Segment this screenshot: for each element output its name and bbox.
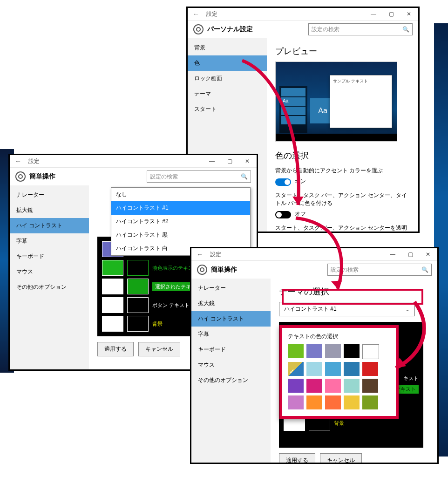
opt-color-bars: スタート、タスク バー、アクション センター、タイトル バーに色を付ける [275, 191, 410, 207]
swatch-button-fg[interactable] [102, 297, 123, 313]
color-swatch-7[interactable] [325, 362, 341, 376]
toggle-auto-accent[interactable] [275, 178, 291, 186]
theme-combo[interactable]: ハイコントラスト #1 [279, 302, 415, 316]
sidebar-item-mouse[interactable]: マウス [10, 264, 89, 279]
toggle-color-bars-state: オフ [295, 210, 306, 218]
color-swatch-5[interactable] [288, 362, 304, 376]
search-input[interactable]: 設定の検索 🔍 [327, 264, 432, 276]
sidebar-item-keyboard[interactable]: キーボード [191, 342, 271, 357]
search-input[interactable]: 設定の検索 🔍 [147, 170, 251, 183]
color-swatch-15[interactable] [288, 395, 304, 409]
sidebar-item-background[interactable]: 背景 [188, 40, 267, 55]
color-swatch-13[interactable] [344, 379, 360, 393]
color-swatch-12[interactable] [325, 379, 341, 393]
cancel-button[interactable]: キャンセル [320, 453, 362, 463]
cancel-button[interactable]: キャンセル [138, 342, 180, 356]
color-swatch-11[interactable] [306, 379, 322, 393]
color-swatch-17[interactable] [325, 395, 341, 409]
swatch-bg-bg[interactable] [127, 316, 149, 332]
color-swatch-10[interactable] [288, 379, 304, 393]
titlebar: ← 設定 — ▢ ✕ [188, 8, 418, 20]
preview-image: Aa サンプル テキスト [275, 61, 397, 142]
label-selected-partial: キスト [403, 375, 419, 382]
color-swatch-2[interactable] [325, 344, 341, 358]
sidebar-item-high-contrast[interactable]: ハイ コントラスト [10, 218, 89, 233]
sidebar: ナレーター 拡大鏡 ハイ コントラスト 字幕 キーボード マウス その他のオプシ… [10, 185, 89, 369]
color-picker-title: テキストの色の選択 [288, 333, 390, 341]
gear-icon [15, 171, 26, 182]
minimize-button[interactable]: — [367, 11, 380, 17]
color-swatch-1[interactable] [306, 344, 322, 358]
color-swatch-18[interactable] [344, 395, 360, 409]
dropdown-option-hc1[interactable]: ハイコントラスト #1 [111, 201, 250, 215]
back-button[interactable]: ← [13, 157, 24, 165]
maximize-button[interactable]: ▢ [404, 251, 417, 258]
gear-icon [197, 265, 207, 275]
color-swatch-16[interactable] [306, 395, 322, 409]
color-swatch-8[interactable] [344, 362, 360, 376]
sidebar-item-captions[interactable]: 字幕 [191, 327, 271, 342]
titlebar: ← 設定 — ▢ ✕ [10, 155, 257, 168]
swatch-selected-bg[interactable] [127, 279, 149, 294]
minimize-button[interactable]: — [386, 251, 399, 258]
search-placeholder: 設定の検索 [312, 26, 339, 34]
search-icon: 🔍 [241, 173, 248, 180]
dropdown-option-hc2[interactable]: ハイコントラスト #2 [111, 215, 250, 228]
color-swatch-14[interactable] [362, 379, 378, 393]
sidebar-item-narrator[interactable]: ナレーター [10, 187, 89, 203]
app-title: 設定 [206, 10, 217, 18]
color-swatch-9[interactable] [362, 362, 378, 376]
sidebar-item-high-contrast[interactable]: ハイ コントラスト [191, 311, 271, 327]
sidebar-item-start[interactable]: スタート [188, 102, 267, 117]
theme-combo-value: ハイコントラスト #1 [284, 305, 337, 313]
color-section-title: 色の選択 [275, 150, 410, 161]
sidebar: ナレーター 拡大鏡 ハイ コントラスト 字幕 キーボード マウス その他のオプシ… [191, 279, 271, 463]
sidebar-item-theme[interactable]: テーマ [188, 86, 267, 102]
maximize-button[interactable]: ▢ [385, 11, 398, 17]
search-icon: 🔍 [421, 266, 428, 273]
dropdown-option-none[interactable]: なし [111, 188, 250, 201]
close-button[interactable]: ✕ [241, 158, 254, 164]
color-swatch-4[interactable] [362, 344, 379, 359]
color-swatch-3[interactable] [344, 344, 360, 358]
sidebar-item-other[interactable]: その他のオプション [191, 373, 271, 388]
color-picker-popup: テキストの色の選択 [279, 325, 399, 419]
color-swatch-6[interactable] [306, 362, 322, 376]
sidebar-item-other[interactable]: その他のオプション [10, 279, 89, 295]
sidebar-item-captions[interactable]: 字幕 [10, 233, 89, 249]
close-button[interactable]: ✕ [402, 11, 415, 17]
opt-auto-accent: 背景から自動的にアクセント カラーを選ぶ [275, 167, 410, 175]
theme-dropdown-list[interactable]: なし ハイコントラスト #1 ハイコントラスト #2 ハイコントラスト 黒 ハイ… [111, 187, 251, 256]
sidebar-item-magnifier[interactable]: 拡大鏡 [10, 203, 89, 218]
sidebar-item-color[interactable]: 色 [188, 55, 267, 71]
sidebar-item-narrator[interactable]: ナレーター [191, 280, 271, 296]
swatch-disabled-fg[interactable] [102, 260, 123, 276]
search-input[interactable]: 設定の検索 🔍 [308, 23, 413, 35]
color-swatch-0[interactable] [288, 344, 304, 358]
swatch-button-bg[interactable] [127, 297, 149, 313]
close-button[interactable]: ✕ [421, 251, 434, 258]
back-button[interactable]: ← [190, 10, 202, 18]
sidebar-item-lockscreen[interactable]: ロック画面 [188, 71, 267, 86]
color-swatch-19[interactable] [362, 395, 378, 409]
label-background: 背景 [152, 320, 163, 327]
theme-select-title: テーマの選択 [279, 286, 429, 297]
sidebar-item-magnifier[interactable]: 拡大鏡 [191, 296, 271, 311]
swatch-disabled-bg[interactable] [127, 260, 149, 276]
page-header: 簡単操作 [211, 266, 237, 274]
maximize-button[interactable]: ▢ [223, 158, 236, 164]
apply-button[interactable]: 適用する [97, 342, 134, 356]
sidebar-item-mouse[interactable]: マウス [191, 357, 271, 373]
swatch-selected-fg[interactable] [102, 279, 123, 294]
label-button: ボタン テキスト [152, 302, 190, 309]
dropdown-option-hcblack[interactable]: ハイコントラスト 黒 [111, 228, 250, 242]
minimize-button[interactable]: — [205, 158, 218, 164]
toggle-color-bars[interactable] [275, 211, 291, 218]
sidebar-item-keyboard[interactable]: キーボード [10, 249, 89, 264]
preview-title: プレビュー [275, 46, 410, 57]
back-button[interactable]: ← [194, 251, 205, 258]
page-header: パーソナル設定 [207, 25, 253, 34]
toggle-auto-accent-state: オン [295, 177, 306, 185]
apply-button[interactable]: 適用する [279, 453, 315, 463]
swatch-bg-fg[interactable] [102, 316, 123, 332]
